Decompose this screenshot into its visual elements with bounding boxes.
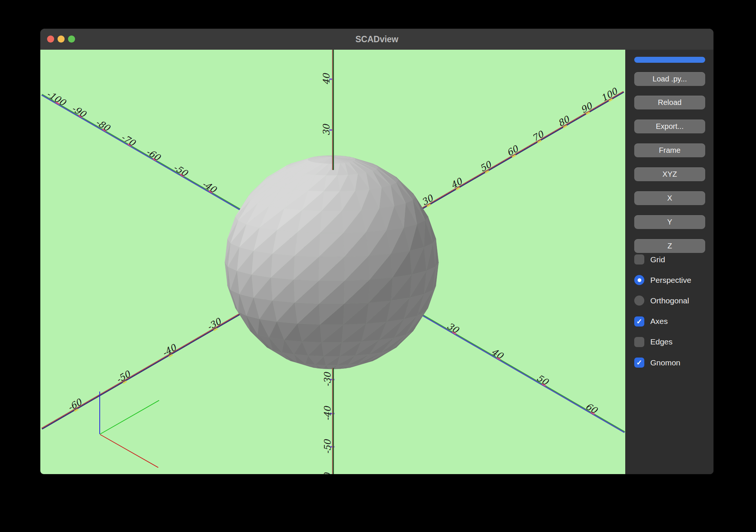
y-axis-positive-label: 30 bbox=[445, 321, 461, 335]
gnomon-axis bbox=[100, 434, 159, 468]
checkbox-grid-unchecked-icon[interactable] bbox=[634, 254, 644, 265]
sphere-model bbox=[224, 155, 439, 370]
x-axis-positive-label: 40 bbox=[449, 176, 464, 191]
toggle-orthogonal[interactable]: Orthogonal bbox=[634, 290, 709, 311]
y-axis-negative-label: -70 bbox=[119, 132, 137, 148]
z-axis-negative-label: -40 bbox=[322, 406, 333, 421]
app-window: SCADview 30405060708090100-30-40-50-60-1… bbox=[40, 29, 713, 474]
y-axis-positive-label: 40 bbox=[490, 346, 505, 361]
z-axis-negative-label: -60 bbox=[322, 473, 333, 474]
x-axis-positive-label: 60 bbox=[505, 143, 520, 158]
y-axis-negative-label: -60 bbox=[144, 146, 162, 163]
x-axis-negative-label: -60 bbox=[66, 397, 83, 413]
sidebar: Load .py... Reload Export... Frame XYZ X… bbox=[625, 50, 713, 474]
frame-button[interactable]: Frame bbox=[634, 143, 705, 157]
toggle-gnomon[interactable]: ✓Gnomon bbox=[634, 352, 709, 373]
viewport-3d[interactable]: 30405060708090100-30-40-50-60-100-90-80-… bbox=[40, 50, 625, 474]
toggle-list: GridPerspectiveOrthogonal✓AxesEdges✓Gnom… bbox=[634, 249, 709, 373]
toggle-label: Axes bbox=[650, 317, 668, 326]
z-axis-positive-label: 30 bbox=[321, 124, 332, 136]
x-axis-negative-label: -30 bbox=[205, 316, 223, 332]
x-view-button[interactable]: X bbox=[634, 191, 705, 205]
gnomon-axis bbox=[100, 400, 159, 434]
y-axis-negative-label: -40 bbox=[200, 179, 218, 195]
progress-bar bbox=[634, 57, 705, 63]
toggle-label: Grid bbox=[650, 255, 665, 264]
x-axis-positive-label: 90 bbox=[579, 100, 594, 115]
z-axis-positive-label: 40 bbox=[321, 74, 332, 85]
x-axis-negative-label: -40 bbox=[160, 342, 178, 359]
y-axis-positive-label: 60 bbox=[584, 401, 599, 416]
desktop-background: SCADview 30405060708090100-30-40-50-60-1… bbox=[0, 0, 756, 532]
radio-perspective-checked-icon[interactable] bbox=[634, 275, 644, 285]
y-axis-negative-label: -90 bbox=[70, 103, 88, 120]
toggle-label: Perspective bbox=[650, 276, 691, 285]
load-py-button[interactable]: Load .py... bbox=[634, 72, 705, 86]
checkbox-edges-unchecked-icon[interactable] bbox=[634, 337, 644, 347]
radio-orthogonal-unchecked-icon[interactable] bbox=[634, 296, 644, 306]
window-title: SCADview bbox=[40, 29, 713, 50]
x-axis-positive-label: 80 bbox=[556, 114, 571, 129]
y-axis-negative-label: -100 bbox=[45, 89, 68, 108]
toggle-grid[interactable]: Grid bbox=[634, 249, 709, 270]
xyz-view-button[interactable]: XYZ bbox=[634, 167, 705, 181]
y-axis-negative-label: -50 bbox=[171, 162, 189, 179]
toggle-axes[interactable]: ✓Axes bbox=[634, 311, 709, 332]
z-axis-negative-label: -50 bbox=[322, 440, 333, 454]
y-axis-negative-label: -80 bbox=[94, 117, 112, 133]
checkbox-axes-checked-icon[interactable]: ✓ bbox=[634, 316, 644, 327]
checkbox-gnomon-checked-icon[interactable]: ✓ bbox=[634, 358, 644, 368]
x-axis-negative-label: -50 bbox=[114, 369, 132, 385]
x-axis-positive-label: 70 bbox=[530, 129, 545, 144]
export-button[interactable]: Export... bbox=[634, 120, 705, 133]
z-axis-negative-label: -30 bbox=[322, 372, 333, 387]
titlebar[interactable]: SCADview bbox=[40, 29, 713, 50]
toggle-label: Gnomon bbox=[650, 358, 681, 367]
toggle-perspective[interactable]: Perspective bbox=[634, 270, 709, 290]
y-view-button[interactable]: Y bbox=[634, 215, 705, 229]
reload-button[interactable]: Reload bbox=[634, 96, 705, 109]
toggle-edges[interactable]: Edges bbox=[634, 332, 709, 352]
x-axis-positive-label: 50 bbox=[478, 159, 493, 174]
toggle-label: Edges bbox=[650, 337, 673, 346]
toggle-label: Orthogonal bbox=[650, 296, 689, 305]
y-axis-positive-label: 50 bbox=[535, 372, 550, 387]
gnomon-axis bbox=[99, 392, 100, 434]
z-axis-line-top bbox=[332, 50, 334, 170]
